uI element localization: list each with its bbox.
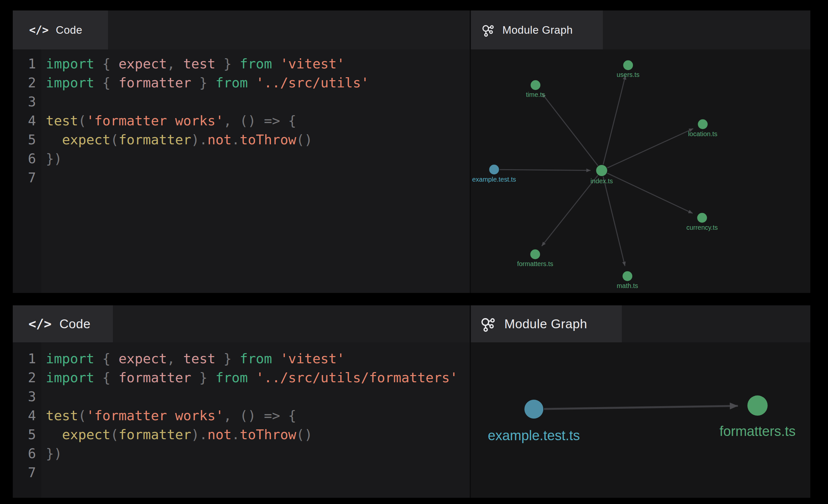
line-number: 3	[13, 387, 41, 406]
module-graph-icon	[481, 23, 495, 37]
tab-label: Module Graph	[504, 317, 587, 331]
graph-node[interactable]	[698, 120, 708, 129]
graph-edge	[500, 170, 591, 170]
code-editor-bottom[interactable]: 1import { expect, test } from 'vitest'2i…	[13, 342, 470, 498]
code-text: expect(formatter).not.toThrow()	[41, 425, 313, 444]
code-lines: 1import { expect, test } from 'vitest'2i…	[13, 342, 470, 482]
line-number: 2	[13, 368, 41, 387]
graph-node-label: math.ts	[617, 282, 638, 289]
line-number: 1	[13, 349, 41, 368]
code-icon: </>	[29, 317, 51, 331]
module-graph-top-header: Module Graph	[471, 10, 810, 49]
graph-node[interactable]	[489, 165, 499, 174]
code-text: import { expect, test } from 'vitest'	[41, 349, 345, 368]
code-line: 5 expect(formatter).not.toThrow()	[13, 130, 470, 149]
graph-node-label: index.ts	[590, 177, 613, 184]
tab-module-graph-top[interactable]: Module Graph	[471, 10, 603, 49]
page: </> Code 1import { expect, test } from '…	[0, 0, 828, 504]
module-graph-canvas-top[interactable]: example.test.tsindex.tsusers.tstime.tslo…	[471, 49, 810, 293]
graph-node-label: users.ts	[617, 71, 639, 78]
graph-edge	[608, 173, 693, 213]
line-number: 5	[13, 425, 41, 444]
graph-node-label: example.test.ts	[488, 428, 580, 443]
graph-node[interactable]	[531, 80, 540, 90]
tab-module-graph-bottom[interactable]: Module Graph	[471, 305, 622, 342]
graph-node[interactable]	[596, 165, 608, 176]
code-panel-bottom: </> Code 1import { expect, test } from '…	[13, 305, 470, 498]
code-text: import { formatter } from '../src/utils'	[41, 73, 369, 92]
tab-code-bottom[interactable]: </> Code	[13, 305, 113, 342]
line-number: 2	[13, 73, 41, 92]
module-graph-panel-top: Module Graph example.test.tsindex.tsuser…	[470, 10, 810, 293]
module-graph-icon	[480, 316, 496, 333]
graph-node-label: location.ts	[688, 130, 717, 137]
graph-node[interactable]	[623, 60, 633, 70]
code-line: 2import { formatter } from '../src/utils…	[13, 73, 470, 92]
code-lines: 1import { expect, test } from 'vitest'2i…	[13, 49, 470, 187]
graph-edge	[542, 175, 598, 246]
graph-node[interactable]	[747, 395, 768, 416]
code-line: 6})	[13, 444, 470, 463]
graph-node-label: currency.ts	[686, 224, 718, 231]
line-number: 1	[13, 54, 41, 73]
code-text: test('formatter works', () => {	[41, 406, 296, 425]
code-line: 5 expect(formatter).not.toThrow()	[13, 425, 470, 444]
code-text	[41, 168, 46, 187]
line-number: 6	[13, 444, 41, 463]
code-line: 7	[13, 168, 470, 187]
graph-edge	[608, 129, 694, 168]
code-text	[41, 387, 46, 406]
code-text	[41, 92, 46, 111]
module-graph-panel-bottom: Module Graph example.test.tsformatters.t…	[470, 305, 810, 498]
graph-node-label: formatters.ts	[719, 423, 795, 439]
graph-node[interactable]	[622, 271, 632, 281]
code-text: test('formatter works', () => {	[41, 111, 296, 130]
module-graph-bottom-header: Module Graph	[471, 305, 810, 342]
graph-node-label: formatters.ts	[517, 260, 553, 267]
graph-edge	[542, 93, 598, 166]
code-text: import { expect, test } from 'vitest'	[41, 54, 345, 73]
line-number: 6	[13, 149, 41, 168]
module-graph-canvas-bottom[interactable]: example.test.tsformatters.ts	[471, 342, 810, 498]
code-panel-top: </> Code 1import { expect, test } from '…	[13, 10, 470, 293]
graph-node-label: example.test.ts	[472, 176, 516, 183]
graph-edge	[603, 176, 625, 266]
graph-node[interactable]	[530, 249, 540, 259]
code-text: })	[41, 444, 62, 463]
code-panel-bottom-header: </> Code	[13, 305, 470, 342]
code-line: 2import { formatter } from '../src/utils…	[13, 368, 470, 387]
code-line: 4test('formatter works', () => {	[13, 111, 470, 130]
code-line: 3	[13, 92, 470, 111]
code-text: })	[41, 149, 62, 168]
tab-label: Module Graph	[502, 24, 573, 36]
graph-node[interactable]	[697, 213, 707, 223]
line-number: 7	[13, 168, 41, 187]
code-panel-top-header: </> Code	[13, 10, 470, 49]
line-number: 3	[13, 92, 41, 111]
code-text	[41, 463, 46, 482]
code-line: 7	[13, 463, 470, 482]
graph-edge	[544, 406, 738, 409]
line-number: 5	[13, 130, 41, 149]
code-line: 1import { expect, test } from 'vitest'	[13, 349, 470, 368]
tab-label: Code	[59, 317, 90, 331]
code-text: expect(formatter).not.toThrow()	[41, 130, 313, 149]
tab-label: Code	[56, 24, 82, 36]
graph-node[interactable]	[524, 400, 543, 419]
code-line: 6})	[13, 149, 470, 168]
graph-node-label: time.ts	[526, 91, 545, 98]
code-icon: </>	[29, 24, 49, 36]
line-number: 7	[13, 463, 41, 482]
code-line: 1import { expect, test } from 'vitest'	[13, 54, 470, 73]
code-editor-top[interactable]: 1import { expect, test } from 'vitest'2i…	[13, 49, 470, 293]
code-line: 4test('formatter works', () => {	[13, 406, 470, 425]
graph-edge	[603, 75, 625, 164]
line-number: 4	[13, 406, 41, 425]
code-line: 3	[13, 387, 470, 406]
code-text: import { formatter } from '../src/utils/…	[41, 368, 458, 387]
line-number: 4	[13, 111, 41, 130]
tab-code-top[interactable]: </> Code	[13, 10, 108, 49]
